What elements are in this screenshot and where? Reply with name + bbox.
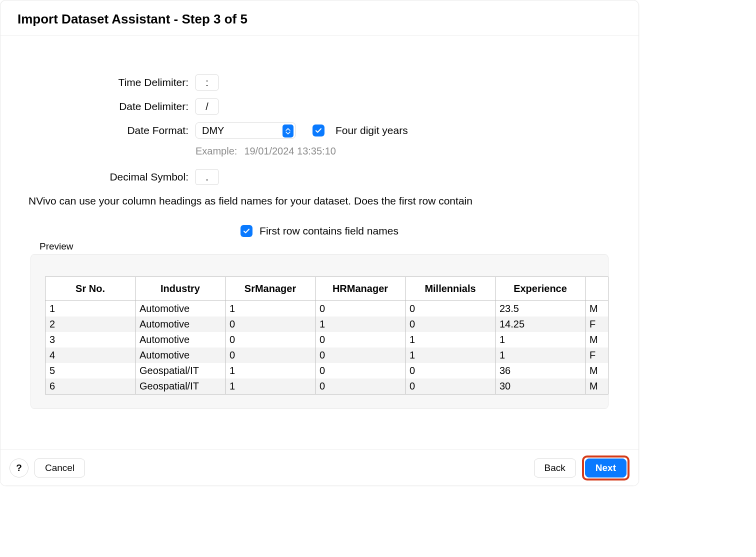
next-button[interactable]: Next	[585, 458, 626, 478]
first-row-fieldnames-label: First row contains field names	[260, 225, 398, 237]
table-cell[interactable]: Automotive	[136, 332, 226, 348]
table-cell[interactable]: 0	[226, 348, 316, 363]
first-row-fieldnames-row: First row contains field names	[28, 225, 610, 237]
table-cell[interactable]: 2	[46, 316, 136, 332]
table-cell[interactable]: 36	[496, 363, 586, 378]
table-cell[interactable]: 1	[226, 301, 316, 317]
table-cell[interactable]: 6	[46, 378, 136, 394]
table-row: 6Geospatial/IT10030M	[46, 378, 608, 394]
table-cell[interactable]: F	[586, 316, 608, 332]
table-cell[interactable]: 1	[496, 332, 586, 348]
example-value: 19/01/2024 13:35:10	[244, 146, 336, 157]
date-format-value: DMY	[202, 125, 224, 136]
table-cell[interactable]: M	[586, 301, 608, 317]
date-format-select[interactable]: DMY	[196, 122, 296, 138]
dialog-content: Time Delimiter: Date Delimiter: Date For…	[0, 36, 638, 409]
date-delimiter-row: Date Delimiter:	[28, 94, 610, 118]
check-icon	[242, 227, 250, 235]
table-row: 2Automotive01014.25F	[46, 316, 608, 332]
table-cell[interactable]: 30	[496, 378, 586, 394]
preview-header-cell[interactable]	[586, 277, 608, 301]
table-cell[interactable]: 0	[406, 316, 496, 332]
table-cell[interactable]: M	[586, 332, 608, 348]
date-format-row: Date Format: DMY Four digit years	[28, 118, 610, 142]
table-cell[interactable]: 1	[226, 363, 316, 378]
table-cell[interactable]: M	[586, 378, 608, 394]
table-cell[interactable]: F	[586, 348, 608, 363]
table-cell[interactable]: 1	[496, 348, 586, 363]
dialog-footer: ? Cancel Back Next	[0, 450, 638, 486]
table-cell[interactable]: 14.25	[496, 316, 586, 332]
preview-header-cell[interactable]: Millennials	[406, 277, 496, 301]
four-digit-years-label: Four digit years	[336, 124, 408, 136]
table-cell[interactable]: 0	[316, 378, 406, 394]
table-cell[interactable]: 0	[406, 378, 496, 394]
table-row: 5Geospatial/IT10036M	[46, 363, 608, 378]
table-cell[interactable]: Geospatial/IT	[136, 363, 226, 378]
table-cell[interactable]: 4	[46, 348, 136, 363]
first-row-fieldnames-checkbox[interactable]	[240, 225, 252, 237]
table-cell[interactable]: 1	[46, 301, 136, 317]
table-cell[interactable]: 1	[226, 378, 316, 394]
field-names-explanation: NVivo can use your column headings as fi…	[28, 189, 610, 216]
preview-header-cell[interactable]: Sr No.	[46, 277, 136, 301]
table-cell[interactable]: Automotive	[136, 301, 226, 317]
table-cell[interactable]: 0	[316, 332, 406, 348]
table-cell[interactable]: 1	[316, 316, 406, 332]
date-format-example: Example: 19/01/2024 13:35:10	[28, 146, 610, 157]
check-icon	[314, 126, 322, 134]
preview-label: Preview	[40, 241, 610, 252]
preview-body: 1Automotive10023.5M2Automotive01014.25F3…	[46, 301, 608, 394]
time-delimiter-input[interactable]	[196, 74, 218, 90]
decimal-symbol-row: Decimal Symbol:	[28, 165, 610, 189]
preview-header-cell[interactable]: Industry	[136, 277, 226, 301]
table-cell[interactable]: Automotive	[136, 348, 226, 363]
table-cell[interactable]: 23.5	[496, 301, 586, 317]
table-cell[interactable]: 0	[316, 363, 406, 378]
help-button[interactable]: ?	[10, 458, 28, 478]
table-cell[interactable]: 5	[46, 363, 136, 378]
back-button[interactable]: Back	[534, 458, 576, 478]
time-delimiter-row: Time Delimiter:	[28, 70, 610, 94]
select-stepper-icon	[282, 124, 294, 138]
table-cell[interactable]: 0	[406, 301, 496, 317]
table-row: 3Automotive0011M	[46, 332, 608, 348]
table-cell[interactable]: 0	[226, 332, 316, 348]
date-format-label: Date Format:	[28, 124, 188, 136]
table-row: 1Automotive10023.5M	[46, 301, 608, 317]
decimal-symbol-label: Decimal Symbol:	[28, 171, 188, 183]
next-button-highlight: Next	[582, 456, 630, 480]
table-cell[interactable]: 3	[46, 332, 136, 348]
table-cell[interactable]: 1	[406, 348, 496, 363]
four-digit-years-checkbox[interactable]	[312, 124, 324, 136]
table-cell[interactable]: Automotive	[136, 316, 226, 332]
decimal-symbol-input[interactable]	[196, 169, 218, 185]
dialog-window: Import Dataset Assistant - Step 3 of 5 T…	[0, 0, 639, 486]
preview-header-cell[interactable]: SrManager	[226, 277, 316, 301]
table-cell[interactable]: 0	[226, 316, 316, 332]
table-cell[interactable]: 0	[406, 363, 496, 378]
date-delimiter-label: Date Delimiter:	[28, 100, 188, 112]
table-cell[interactable]: 1	[406, 332, 496, 348]
table-cell[interactable]: Geospatial/IT	[136, 378, 226, 394]
preview-panel: Sr No.IndustrySrManagerHRManagerMillenni…	[30, 254, 608, 409]
preview-header-cell[interactable]: HRManager	[316, 277, 406, 301]
preview-header-cell[interactable]: Experience	[496, 277, 586, 301]
date-delimiter-input[interactable]	[196, 98, 218, 114]
table-row: 4Automotive0011F	[46, 348, 608, 363]
table-cell[interactable]: 0	[316, 301, 406, 317]
table-cell[interactable]: M	[586, 363, 608, 378]
example-label: Example:	[196, 146, 237, 157]
time-delimiter-label: Time Delimiter:	[28, 76, 188, 88]
preview-header-row: Sr No.IndustrySrManagerHRManagerMillenni…	[46, 277, 608, 301]
dialog-title: Import Dataset Assistant - Step 3 of 5	[0, 0, 638, 36]
preview-table: Sr No.IndustrySrManagerHRManagerMillenni…	[45, 276, 608, 394]
cancel-button[interactable]: Cancel	[34, 458, 85, 478]
table-cell[interactable]: 0	[316, 348, 406, 363]
